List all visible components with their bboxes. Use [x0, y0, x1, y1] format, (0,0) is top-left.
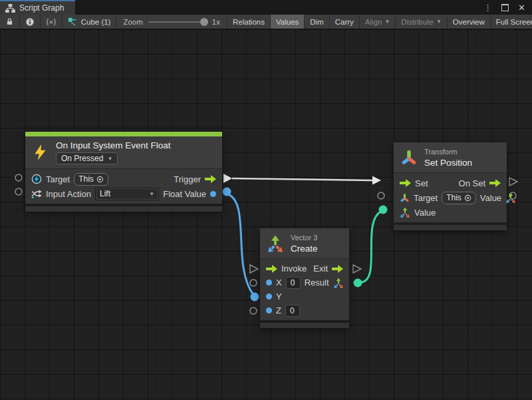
- x-label: X: [276, 278, 282, 288]
- zoom-slider[interactable]: [148, 21, 207, 23]
- node-on-input-system-event-float[interactable]: On Input System Event Float On Pressed ▼…: [25, 132, 222, 212]
- node-category: Vector 3: [291, 234, 318, 242]
- object-picker-icon: [96, 176, 104, 183]
- vector3-icon: [505, 192, 516, 203]
- vector3-icon: [333, 278, 344, 288]
- row-y: Y: [260, 290, 349, 303]
- y-label: Y: [276, 292, 282, 301]
- z-port-dot[interactable]: [266, 307, 272, 313]
- y-port-dot[interactable]: [266, 294, 272, 300]
- breadcrumb-label: Cube (1): [81, 18, 111, 26]
- title-bar: Script Graph ⋮ ✕: [0, 0, 532, 15]
- row-target: Target This Value: [394, 190, 507, 205]
- event-type-dropdown[interactable]: On Pressed ▼: [56, 152, 118, 164]
- values-button[interactable]: Values: [271, 15, 305, 29]
- target-label: Target: [414, 193, 438, 203]
- lightning-bolt-icon: [32, 144, 49, 161]
- target-this-chip[interactable]: This: [442, 192, 476, 204]
- row-invoke: Invoke Exit: [260, 262, 349, 276]
- unity-script-graph-window: Script Graph ⋮ ✕ ⟨×⟩: [0, 0, 532, 400]
- event-accent-bar: [25, 132, 222, 136]
- script-graph-icon: [5, 4, 15, 13]
- input-action-icon: [31, 188, 42, 199]
- tab-script-graph[interactable]: Script Graph: [0, 0, 75, 15]
- node-vector3-create[interactable]: Vector 3 Create Invoke Exit X 0 Result: [260, 228, 349, 328]
- row-target: Target This Trigger: [25, 172, 222, 186]
- transform-icon-small: [400, 193, 410, 203]
- maximize-icon[interactable]: [501, 4, 509, 11]
- caret-down-icon: ▼: [384, 19, 390, 25]
- graph-toolbar: ⟨×⟩ Cube (1) Zoom 1x Relations Values Di…: [0, 15, 532, 29]
- row-z: Z 0: [260, 303, 349, 317]
- control-arrow-icon: [400, 179, 411, 187]
- target-this-chip[interactable]: This: [74, 173, 108, 186]
- distribute-button[interactable]: Distribute▼: [396, 15, 448, 29]
- info-button[interactable]: [20, 15, 41, 29]
- node-footer: [260, 320, 349, 328]
- relations-button[interactable]: Relations: [227, 15, 271, 29]
- target-label: Target: [46, 174, 70, 184]
- graph-asset-icon: [68, 17, 77, 27]
- node-set-position[interactable]: Transform Set Position Set On Set: [394, 142, 507, 230]
- zoom-label: Zoom: [123, 18, 142, 26]
- event-target-icon: [31, 174, 42, 184]
- breadcrumb[interactable]: Cube (1): [63, 15, 117, 29]
- overview-button[interactable]: Overview: [448, 15, 491, 29]
- on-set-label: On Set: [459, 178, 485, 188]
- control-arrow-icon: [489, 179, 501, 187]
- caret-down-icon: ▼: [149, 191, 154, 197]
- x-port-dot[interactable]: [266, 280, 272, 286]
- object-picker-icon: [464, 194, 471, 202]
- dim-button[interactable]: Dim: [305, 15, 329, 29]
- trigger-label: Trigger: [174, 174, 201, 184]
- value-out-label: Value: [480, 193, 501, 203]
- invoke-label: Invoke: [281, 264, 307, 274]
- align-button[interactable]: Align▼: [360, 15, 396, 29]
- zoom-value: 1x: [212, 18, 220, 26]
- z-value-field[interactable]: 0: [285, 305, 300, 317]
- zoom-slider-handle[interactable]: [200, 18, 208, 26]
- caret-down-icon: ▼: [107, 156, 112, 162]
- zoom-control: Zoom 1x: [116, 15, 227, 29]
- value-in-label: Value: [414, 208, 436, 218]
- input-action-dropdown[interactable]: Lift ▼: [95, 188, 159, 200]
- node-footer: [25, 204, 222, 212]
- variables-toggle-glyph: ⟨×⟩: [46, 17, 57, 27]
- menu-kebab-icon[interactable]: ⋮: [483, 3, 492, 12]
- set-label: Set: [415, 178, 428, 188]
- row-input-action: Input Action Lift ▼ Float Value: [25, 186, 222, 201]
- control-arrow-icon: [266, 265, 277, 273]
- carry-button[interactable]: Carry: [330, 15, 360, 29]
- window-controls: ⋮ ✕: [483, 0, 532, 15]
- control-arrow-icon: [332, 265, 343, 273]
- caret-down-icon: ▼: [436, 19, 442, 25]
- close-icon[interactable]: ✕: [518, 3, 525, 12]
- control-arrow-icon: [205, 175, 216, 183]
- node-title: Set Position: [424, 158, 472, 168]
- input-action-label: Input Action: [46, 189, 91, 199]
- row-value-in: Value: [394, 205, 507, 220]
- node-category: Transform: [424, 148, 472, 156]
- vector3-icon: [400, 207, 410, 218]
- exit-label: Exit: [313, 264, 328, 274]
- float-value-label: Float Value: [163, 189, 206, 199]
- info-icon: [25, 17, 35, 27]
- node-footer: [394, 222, 507, 230]
- variables-toggle-button[interactable]: ⟨×⟩: [41, 15, 63, 29]
- row-set: Set On Set: [394, 176, 507, 190]
- row-x: X 0 Result: [260, 276, 349, 290]
- lock-icon: [5, 17, 14, 26]
- result-label: Result: [305, 278, 329, 288]
- full-screen-button[interactable]: Full Screen: [491, 15, 532, 29]
- float-value-port-dot[interactable]: [210, 191, 216, 197]
- z-label: Z: [276, 305, 281, 315]
- node-title: On Input System Event Float: [56, 140, 171, 150]
- tab-title: Script Graph: [19, 3, 64, 13]
- node-title: Create: [291, 244, 318, 254]
- transform-icon: [400, 149, 418, 166]
- lock-button[interactable]: [0, 15, 20, 29]
- x-value-field[interactable]: 0: [286, 277, 301, 289]
- vector3-icon: [267, 235, 284, 252]
